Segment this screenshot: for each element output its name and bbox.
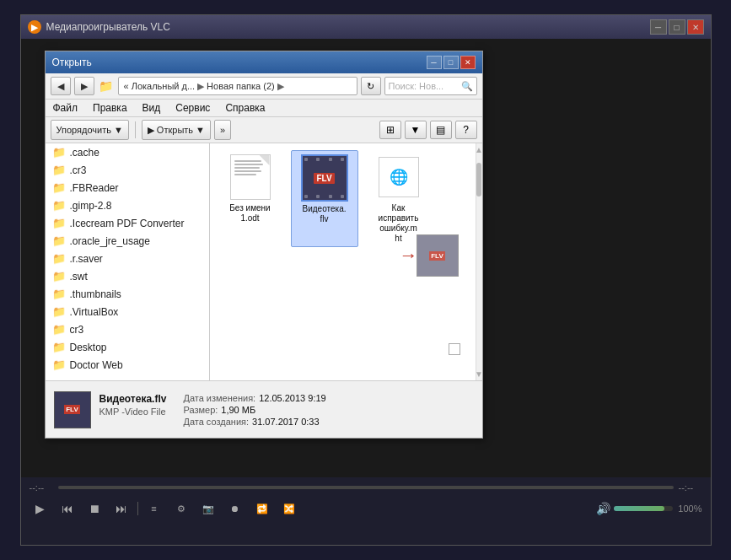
file-info-icon-label: FLV: [64, 405, 80, 414]
folder-nav-icon: 📁: [98, 78, 115, 94]
folder-icon: 📁: [52, 146, 66, 159]
vlc-extended-button[interactable]: ⚙: [170, 498, 192, 520]
vlc-next-button[interactable]: ⏭: [110, 498, 132, 520]
folder-icon: 📁: [52, 164, 66, 176]
folder-name: .oracle_jre_usage: [70, 235, 150, 247]
file-info-panel: FLV Видеотека.flv KMP -Video File Дата и…: [46, 380, 482, 438]
vlc-volume-area: 🔊 100%: [596, 502, 701, 515]
menu-help[interactable]: Справка: [223, 101, 267, 115]
menu-file[interactable]: Файл: [51, 101, 81, 115]
file-info-details: Видеотека.flv KMP -Video File Дата измен…: [99, 393, 474, 427]
more-button[interactable]: »: [214, 120, 231, 140]
refresh-button[interactable]: ↻: [361, 77, 381, 95]
vlc-close-btn[interactable]: ✕: [687, 19, 704, 35]
folder-item[interactable]: 📁 .gimp-2.8: [46, 197, 209, 214]
view-list-button[interactable]: ▤: [430, 121, 452, 139]
folder-icon: 📁: [52, 341, 66, 353]
scroll-thumb[interactable]: [476, 163, 481, 197]
vlc-play-button[interactable]: ▶: [30, 498, 51, 520]
file-checkbox[interactable]: [449, 343, 460, 355]
file-item-flv[interactable]: FLV Видеотека.: [291, 150, 358, 247]
vlc-volume-fill: [614, 506, 664, 511]
view-icons-button[interactable]: ⊞: [379, 121, 401, 139]
folder-item[interactable]: 📁 .thumbnails: [46, 285, 209, 303]
folder-item[interactable]: 📁 .cache: [46, 143, 209, 161]
folder-item[interactable]: 📁 .cr3: [46, 161, 209, 179]
file-scrollbar[interactable]: ▲ ▼: [476, 143, 482, 380]
vlc-seekbar[interactable]: [58, 486, 674, 489]
forward-button[interactable]: ▶: [74, 77, 94, 95]
folder-doctor-web[interactable]: 📁 Doctor Web: [46, 356, 209, 374]
back-button[interactable]: ◀: [51, 77, 71, 95]
scroll-up-btn[interactable]: ▲: [475, 145, 481, 154]
open-button[interactable]: ▶ Открыть ▼: [142, 120, 211, 140]
folder-icon: 📁: [52, 305, 66, 318]
organize-button[interactable]: Упорядочить ▼: [51, 120, 129, 140]
drag-arrow: →: [400, 245, 418, 267]
folder-item[interactable]: 📁 .swt: [46, 267, 209, 285]
file-view[interactable]: Без имени 1.odt: [210, 143, 476, 380]
vlc-loop-button[interactable]: 🔁: [251, 498, 273, 520]
vlc-shuffle-button[interactable]: 🔀: [278, 498, 300, 520]
vlc-snapshot-button[interactable]: 📷: [197, 498, 219, 520]
menu-service[interactable]: Сервис: [173, 101, 212, 115]
dialog-maximize-btn[interactable]: □: [443, 56, 459, 69]
menu-view[interactable]: Вид: [140, 101, 164, 115]
vlc-prev-button[interactable]: ⏮: [56, 498, 78, 520]
folder-item[interactable]: 📁 .Icecream PDF Converter: [46, 214, 209, 232]
vlc-volume-slider[interactable]: [614, 506, 673, 511]
folder-item[interactable]: 📁 cr3: [46, 320, 209, 338]
folder-name: .thumbnails: [70, 288, 121, 300]
folder-icon: 📁: [52, 252, 66, 265]
folder-item[interactable]: 📁 .r.saver: [46, 250, 209, 267]
folder-icon: 📁: [52, 358, 66, 371]
view-dropdown-button[interactable]: ▼: [405, 121, 427, 139]
vlc-stop-button[interactable]: ⏹: [83, 498, 105, 520]
file-info-col-right: Дата изменения: 12.05.2013 9:19 Размер: …: [183, 393, 325, 427]
folder-item[interactable]: 📁 .oracle_jre_usage: [46, 232, 209, 250]
folder-item[interactable]: 📁 Desktop: [46, 338, 209, 356]
dialog-close-btn[interactable]: ✕: [460, 56, 476, 69]
path-part-2: Новая папка (2): [207, 81, 275, 91]
mht-icon: 🌐: [379, 157, 419, 197]
vlc-record-button[interactable]: ⏺: [224, 498, 246, 520]
film-hole: [329, 158, 332, 161]
open-label: Открыть: [157, 125, 193, 135]
vlc-playlist-button[interactable]: ≡: [143, 498, 165, 520]
file-view-container: Без имени 1.odt: [210, 143, 482, 380]
drag-ghost-label: FLV: [429, 251, 445, 261]
folder-item[interactable]: 📁 .FBReader: [46, 179, 209, 197]
help-button[interactable]: ?: [455, 121, 477, 139]
dialog-minimize-btn[interactable]: ─: [427, 56, 442, 69]
folder-icon: 📁: [52, 199, 66, 212]
vlc-maximize-btn[interactable]: □: [669, 19, 685, 35]
folder-list[interactable]: 📁 .cache 📁 .cr3 📁 .FBReader 📁 .gimp-2.8: [46, 143, 210, 380]
size-label: Размер:: [183, 405, 218, 415]
odt-thumbnail: [227, 153, 274, 201]
vlc-time-left: --:--: [30, 482, 53, 493]
controls-separator-1: [137, 502, 138, 515]
mht-thumbnail: 🌐: [375, 153, 422, 201]
file-item-mht[interactable]: 🌐 Какисправитьошибку.mht: [365, 150, 433, 247]
folder-icon: 📁: [52, 323, 66, 336]
search-placeholder: Поиск: Нов...: [389, 81, 444, 91]
path-separator-1: ▶: [197, 81, 204, 92]
folder-item[interactable]: 📁 .VirtualBox: [46, 303, 209, 320]
vlc-minimize-btn[interactable]: ─: [650, 19, 667, 35]
volume-icon: 🔊: [596, 502, 610, 515]
file-info-col-left: Видеотека.flv KMP -Video File: [99, 393, 167, 427]
file-item-odt[interactable]: Без имени 1.odt: [217, 150, 284, 247]
film-hole: [341, 158, 344, 161]
file-info-name: Видеотека.flv: [99, 393, 167, 405]
vlc-time-right: --:--: [679, 482, 702, 493]
flv-thumbnail: FLV: [301, 154, 348, 202]
menu-edit[interactable]: Правка: [90, 101, 130, 115]
size-value: 1,90 МБ: [221, 405, 255, 415]
flv-filename: Видеотека.flv: [303, 204, 347, 224]
search-box[interactable]: Поиск: Нов... 🔍: [384, 77, 477, 95]
folder-name: .cache: [70, 147, 99, 159]
dialog-toolbar: Упорядочить ▼ ▶ Открыть ▼ » ⊞ ▼ ▤ ?: [46, 117, 482, 143]
odt-line: [234, 174, 257, 175]
path-bar[interactable]: « Локальный д... ▶ Новая папка (2) ▶: [118, 77, 357, 95]
scroll-down-btn[interactable]: ▼: [475, 369, 481, 379]
